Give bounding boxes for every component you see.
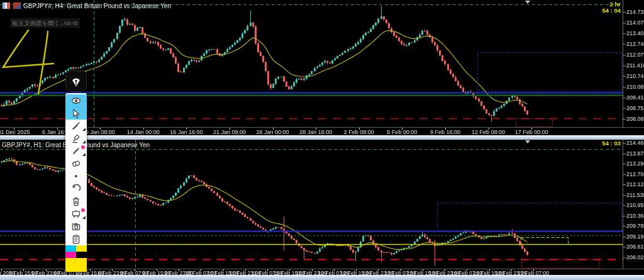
annotation-tool-panel [65,93,87,272]
annotation-toolbar [65,70,87,272]
camera-icon [71,221,81,232]
time-label: 2 Feb 08:00 [344,129,374,135]
pink-indicator-dot [81,145,85,149]
pen-nib-logo-button[interactable] [65,70,87,92]
price-tick [623,44,626,45]
undo-icon [71,184,81,194]
price-tick [623,247,626,247]
price-tick [623,119,626,120]
price-label: 214.070 [626,20,644,26]
candlestick-chart-h1[interactable] [0,140,623,269]
palette-color-yellow[interactable] [76,245,87,252]
tool-trash-button[interactable] [65,195,87,208]
tool-clipboard-button[interactable] [65,233,87,245]
price-tick [623,98,626,98]
chart-panel-h1: GBPJPY#, H1: Great Britain Pound vs Japa… [0,140,644,275]
time-axis-h4[interactable]: 31 Dec 20256 Jan 16:009 Jan 08:0014 Jan … [0,127,644,136]
candle-countdown-h4: 2 hr 54 : 04 [602,1,621,14]
tool-undo-button[interactable] [65,182,87,195]
pen-off-icon [71,121,81,131]
pencil-icon [71,146,81,156]
window-chart-icon-1[interactable] [2,2,11,9]
price-axis-frame [623,140,623,269]
highlighter-icon [71,133,81,143]
flyout-corner-triangle [82,153,86,156]
chart-panel-h4: GBPJPY#, H4: Great Britain Pound vs Japa… [0,0,644,135]
cursor-icon [71,108,81,118]
price-tick [623,216,626,216]
price-label: 209.195 [626,233,644,240]
price-label: 214.460 [626,140,644,146]
price-tick [623,237,626,237]
tool-cursor-button[interactable] [65,107,87,120]
trash-icon [71,196,81,206]
time-label: 14 Jan 00:00 [127,129,160,135]
countdown-time: 54 : 04 [602,8,621,14]
palette-color-magenta[interactable] [65,252,76,258]
tool-eraser-button[interactable] [65,157,87,170]
board-icon [71,209,81,219]
price-label: 210.950 [626,202,644,208]
palette-color-black[interactable] [76,252,87,258]
time-label: 17 Feb 00:00 [515,129,548,135]
current-color-swatch[interactable] [65,258,87,272]
time-label: 21 Jan 08:00 [213,129,246,135]
size-dot-icon [71,171,81,181]
tool-highlighter-button[interactable] [65,132,87,145]
palette-color-cyan[interactable] [65,245,76,252]
price-label: 211.535 [626,192,644,198]
price-label: 212.740 [626,41,644,47]
time-label: 31 Dec 2025 [0,129,30,135]
chart-shift-marker [525,1,530,4]
price-tick [623,164,626,164]
price-tick [623,184,626,185]
price-tick [623,33,626,34]
price-label: 212.075 [626,52,644,58]
tool-pen-off-button[interactable] [65,120,87,132]
eye-icon [71,96,81,106]
price-tick [623,23,626,23]
tool-camera-button[interactable] [65,220,87,233]
trading-terminal: GBPJPY#, H4: Great Britain Pound vs Japa… [0,0,644,280]
price-tick [623,143,626,143]
tool-size-dot-button[interactable] [65,170,87,182]
price-label: 208.085 [626,116,644,122]
order-board-tooltip: 板注文画面を開く, Alt+B [10,18,80,28]
candlestick-chart-h4[interactable] [0,0,623,127]
tool-pencil-button[interactable] [65,145,87,157]
tool-board-button[interactable] [65,208,87,220]
chart-header-h4: GBPJPY#, H4: Great Britain Pound vs Japa… [2,2,171,9]
price-tick [623,154,626,154]
candle-countdown-h1: 54 : 03 [602,140,621,147]
price-label: 213.875 [626,150,644,157]
window-separator-bar[interactable] [0,135,644,140]
price-label: 213.405 [626,30,644,36]
time-label: 9 Feb 16:00 [430,129,460,135]
price-tick [623,87,626,87]
time-label: 12 Feb 08:00 [472,129,505,135]
countdown-time: 54 : 03 [602,140,621,147]
price-label: 209.415 [626,94,644,101]
price-tick [623,65,626,66]
price-label: 208.610 [626,244,644,250]
eraser-icon [71,159,81,169]
window-chart-icon-2[interactable] [13,2,21,9]
chart-shift-marker [525,140,530,143]
window-bottom-bar [0,275,644,280]
price-label: 209.780 [626,223,644,229]
time-label: 16 Jan 16:00 [170,129,203,135]
price-label: 212.705 [626,171,644,177]
clipboard-icon [71,234,81,244]
price-label: 208.750 [626,105,644,111]
price-tick [623,76,626,77]
tool-eye-button[interactable] [65,94,87,107]
flyout-corner-triangle [82,216,86,219]
flyout-corner-triangle [82,140,86,143]
price-tick [623,12,626,13]
price-label: 208.025 [626,254,644,260]
pink-indicator-dot [81,208,85,212]
price-label: 212.120 [626,181,644,188]
pen-nib-icon [70,75,82,87]
flyout-corner-triangle [82,128,86,131]
time-label: 28 Jan 16:00 [299,129,332,135]
